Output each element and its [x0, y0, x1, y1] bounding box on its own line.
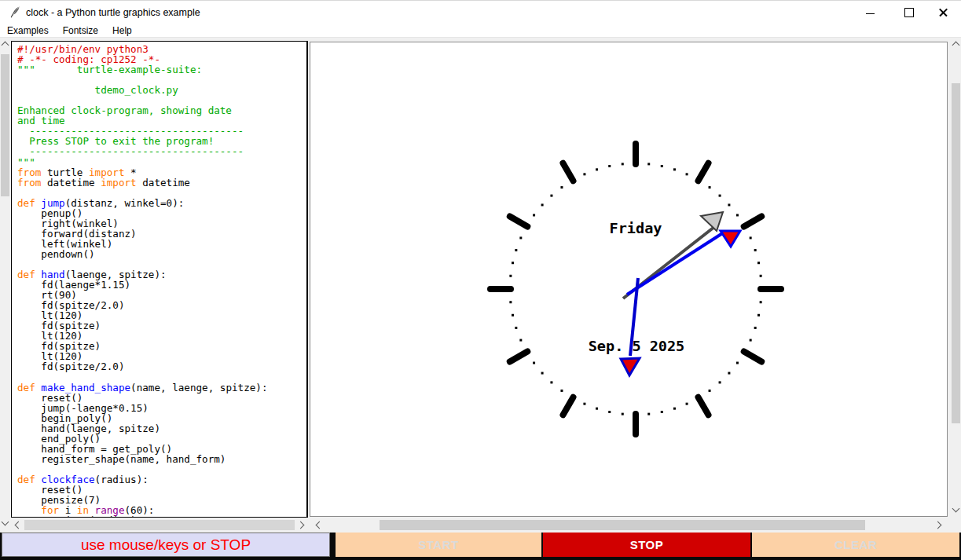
- main-area: #!/usr/bin/env python3# -*- coding: cp12…: [0, 37, 961, 533]
- canvas-vscroll-thumb[interactable]: [952, 83, 960, 423]
- minute-dot: [754, 327, 757, 329]
- python-feather-icon: [9, 5, 22, 19]
- hour-tick: [744, 352, 762, 362]
- minute-dot: [754, 249, 757, 251]
- code-line: ------------------------------------: [17, 146, 267, 156]
- minute-dot: [736, 214, 739, 216]
- minute-dot: [750, 236, 752, 239]
- minute-dot: [760, 275, 762, 277]
- code-line: """ turtle-example-suite:: [17, 64, 267, 75]
- minute-dot: [608, 411, 611, 413]
- scroll-left-arrow[interactable]: [316, 522, 324, 529]
- menu-help[interactable]: Help: [105, 25, 139, 36]
- turtle-canvas-svg: FridaySep. 5 2025: [310, 42, 947, 516]
- scroll-down-arrow[interactable]: [2, 518, 9, 526]
- minute-dot: [550, 195, 552, 197]
- canvas-hscroll-thumb[interactable]: [380, 520, 865, 530]
- code-pane[interactable]: #!/usr/bin/env python3# -*- coding: cp12…: [11, 41, 308, 518]
- turtle-canvas[interactable]: FridaySep. 5 2025: [310, 42, 948, 517]
- hour-tick: [563, 397, 574, 415]
- minute-dot: [661, 411, 663, 413]
- minute-dot: [622, 163, 624, 165]
- minute-dot: [750, 339, 752, 342]
- minute-dot: [541, 372, 544, 375]
- minute-dot: [728, 203, 730, 206]
- minute-dot: [686, 403, 688, 405]
- code-vertical-scrollbar[interactable]: [0, 38, 10, 532]
- scroll-up-arrow[interactable]: [2, 42, 9, 49]
- minute-dot: [541, 203, 544, 206]
- minute-dot: [596, 168, 598, 170]
- canvas-horizontal-scrollbar[interactable]: [311, 518, 946, 532]
- minute-dot: [719, 195, 721, 197]
- code-line: from datetime import datetime: [17, 178, 267, 188]
- minute-dot: [686, 173, 688, 175]
- menu-bar: Examples Fontsize Help: [0, 24, 961, 37]
- minute-dot: [509, 301, 512, 303]
- code-text: #!/usr/bin/env python3# -*- coding: cp12…: [17, 44, 267, 518]
- menu-examples[interactable]: Examples: [0, 25, 56, 36]
- minute-dot: [583, 403, 585, 405]
- minute-dot: [515, 249, 517, 251]
- minute-dot: [760, 301, 762, 303]
- hour-tick: [699, 397, 709, 415]
- minute-dot: [647, 413, 650, 415]
- minute-dot: [673, 408, 676, 410]
- minute-dot: [757, 314, 760, 317]
- minute-dot: [661, 165, 663, 167]
- scroll-right-arrow[interactable]: [934, 522, 942, 529]
- scroll-right-arrow[interactable]: [297, 522, 305, 529]
- minute-dot: [509, 275, 512, 277]
- status-label: use mouse/keys or STOP: [2, 533, 330, 557]
- code-vscroll-thumb[interactable]: [1, 54, 9, 196]
- clock-date-label: Sep. 5 2025: [589, 338, 685, 354]
- minimize-button[interactable]: [853, 1, 888, 24]
- minimize-icon: [866, 13, 875, 14]
- scroll-left-arrow[interactable]: [15, 522, 23, 529]
- maximize-button[interactable]: [891, 1, 926, 24]
- code-line: pendown(): [17, 249, 267, 259]
- minute-dot: [709, 186, 711, 188]
- canvas-vertical-scrollbar[interactable]: [950, 38, 961, 518]
- minute-dot: [728, 372, 730, 375]
- minute-hand-head: [721, 231, 740, 247]
- stop-button[interactable]: STOP: [543, 533, 750, 557]
- minute-dot: [560, 390, 563, 392]
- code-line: register_shape(name, hand_form): [17, 454, 267, 464]
- minute-dot: [583, 173, 585, 175]
- minute-dot: [533, 362, 535, 364]
- minute-dot: [709, 390, 711, 392]
- minute-dot: [550, 381, 552, 383]
- minute-dot: [622, 413, 624, 415]
- minute-hand: [627, 232, 724, 295]
- clock-day-label: Friday: [610, 220, 662, 236]
- menu-fontsize[interactable]: Fontsize: [56, 25, 105, 36]
- minute-dot: [719, 381, 721, 383]
- title-bar: clock - a Python turtle graphics example: [0, 0, 961, 24]
- minute-dot: [596, 408, 598, 410]
- code-horizontal-scrollbar[interactable]: [11, 518, 308, 532]
- code-line: tdemo_clock.py: [17, 85, 267, 95]
- minute-dot: [519, 236, 522, 239]
- bottom-bar: use mouse/keys or STOP START STOP CLEAR: [0, 533, 961, 560]
- window-title: clock - a Python turtle graphics example: [26, 7, 200, 18]
- start-button[interactable]: START: [336, 533, 541, 557]
- close-button[interactable]: [926, 1, 961, 24]
- turtledemo-window: { "window": { "title": "clock - a Python…: [0, 0, 961, 560]
- minute-dot: [673, 168, 676, 170]
- hour-tick: [563, 163, 574, 181]
- scroll-down-arrow[interactable]: [952, 505, 960, 513]
- minute-dot: [512, 314, 514, 317]
- minute-dot: [533, 214, 535, 216]
- clear-button[interactable]: CLEAR: [752, 533, 959, 557]
- scroll-up-arrow[interactable]: [952, 42, 960, 49]
- minute-dot: [519, 339, 522, 342]
- minute-dot: [608, 165, 611, 167]
- hour-hand-head: [621, 358, 640, 375]
- minute-dot: [512, 262, 514, 264]
- minute-dot: [736, 362, 739, 364]
- code-hscroll-thumb[interactable]: [24, 520, 295, 530]
- minute-dot: [647, 163, 650, 165]
- close-icon: [938, 8, 948, 18]
- hour-tick: [510, 217, 528, 227]
